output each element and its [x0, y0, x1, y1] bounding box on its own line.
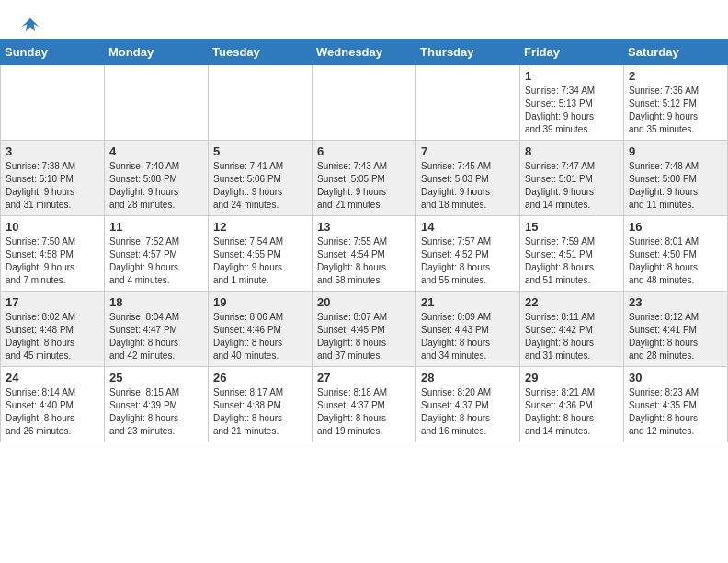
day-number: 29: [525, 371, 619, 385]
calendar-cell: [416, 65, 520, 141]
day-info: Sunrise: 7:41 AM Sunset: 5:06 PM Dayligh…: [213, 160, 307, 212]
day-number: 23: [629, 295, 722, 309]
day-info: Sunrise: 7:59 AM Sunset: 4:51 PM Dayligh…: [525, 236, 619, 287]
calendar-cell: 13Sunrise: 7:55 AM Sunset: 4:54 PM Dayli…: [313, 216, 416, 292]
week-row-1: 1Sunrise: 7:34 AM Sunset: 5:13 PM Daylig…: [1, 65, 728, 141]
calendar-cell: 15Sunrise: 7:59 AM Sunset: 4:51 PM Dayli…: [520, 216, 624, 292]
col-header-saturday: Saturday: [624, 40, 728, 65]
day-number: 4: [109, 144, 203, 158]
day-number: 14: [421, 220, 515, 234]
day-number: 22: [525, 295, 619, 309]
day-info: Sunrise: 7:45 AM Sunset: 5:03 PM Dayligh…: [421, 160, 515, 212]
calendar-cell: 17Sunrise: 8:02 AM Sunset: 4:48 PM Dayli…: [1, 292, 105, 367]
day-info: Sunrise: 8:11 AM Sunset: 4:42 PM Dayligh…: [525, 311, 619, 362]
week-row-5: 24Sunrise: 8:14 AM Sunset: 4:40 PM Dayli…: [1, 367, 728, 442]
calendar-cell: 23Sunrise: 8:12 AM Sunset: 4:41 PM Dayli…: [624, 292, 728, 367]
col-header-sunday: Sunday: [1, 40, 105, 65]
day-number: 11: [109, 220, 203, 234]
day-info: Sunrise: 7:40 AM Sunset: 5:08 PM Dayligh…: [109, 160, 203, 212]
col-header-wednesday: Wednesday: [313, 40, 416, 65]
calendar-cell: 4Sunrise: 7:40 AM Sunset: 5:08 PM Daylig…: [105, 141, 209, 216]
calendar-cell: 14Sunrise: 7:57 AM Sunset: 4:52 PM Dayli…: [416, 216, 520, 292]
calendar-header-row: SundayMondayTuesdayWednesdayThursdayFrid…: [1, 40, 728, 65]
svg-marker-0: [21, 18, 39, 32]
calendar-cell: 8Sunrise: 7:47 AM Sunset: 5:01 PM Daylig…: [520, 141, 624, 216]
calendar-cell: 7Sunrise: 7:45 AM Sunset: 5:03 PM Daylig…: [416, 141, 520, 216]
day-number: 6: [317, 144, 411, 158]
calendar-cell: 19Sunrise: 8:06 AM Sunset: 4:46 PM Dayli…: [209, 292, 313, 367]
calendar-cell: 12Sunrise: 7:54 AM Sunset: 4:55 PM Dayli…: [209, 216, 313, 292]
day-info: Sunrise: 8:15 AM Sunset: 4:39 PM Dayligh…: [109, 386, 203, 438]
day-number: 5: [213, 144, 307, 158]
day-info: Sunrise: 7:55 AM Sunset: 4:54 PM Dayligh…: [317, 236, 411, 287]
day-info: Sunrise: 8:23 AM Sunset: 4:35 PM Dayligh…: [629, 386, 722, 438]
day-number: 13: [317, 220, 411, 234]
day-info: Sunrise: 8:01 AM Sunset: 4:50 PM Dayligh…: [629, 236, 722, 287]
calendar-cell: 27Sunrise: 8:18 AM Sunset: 4:37 PM Dayli…: [313, 367, 416, 442]
day-info: Sunrise: 8:21 AM Sunset: 4:36 PM Dayligh…: [525, 386, 619, 438]
col-header-friday: Friday: [520, 40, 624, 65]
day-info: Sunrise: 8:06 AM Sunset: 4:46 PM Dayligh…: [213, 311, 307, 362]
calendar-cell: [313, 65, 416, 141]
calendar-cell: 5Sunrise: 7:41 AM Sunset: 5:06 PM Daylig…: [209, 141, 313, 216]
day-info: Sunrise: 8:17 AM Sunset: 4:38 PM Dayligh…: [213, 386, 307, 438]
calendar-cell: 6Sunrise: 7:43 AM Sunset: 5:05 PM Daylig…: [313, 141, 416, 216]
page-header: [0, 0, 728, 39]
calendar-cell: 18Sunrise: 8:04 AM Sunset: 4:47 PM Dayli…: [105, 292, 209, 367]
day-info: Sunrise: 8:09 AM Sunset: 4:43 PM Dayligh…: [421, 311, 515, 362]
day-number: 15: [525, 220, 619, 234]
day-number: 28: [421, 371, 515, 385]
day-info: Sunrise: 7:34 AM Sunset: 5:13 PM Dayligh…: [525, 85, 619, 136]
day-number: 25: [109, 371, 203, 385]
day-number: 27: [317, 371, 411, 385]
day-number: 1: [525, 69, 619, 83]
day-number: 17: [6, 295, 99, 309]
calendar-table: SundayMondayTuesdayWednesdayThursdayFrid…: [0, 39, 728, 442]
day-number: 24: [6, 371, 99, 385]
day-number: 12: [213, 220, 307, 234]
day-number: 20: [317, 295, 411, 309]
logo-bird-icon: [20, 15, 40, 35]
calendar-cell: [1, 65, 105, 141]
calendar-cell: 25Sunrise: 8:15 AM Sunset: 4:39 PM Dayli…: [105, 367, 209, 442]
calendar-cell: 10Sunrise: 7:50 AM Sunset: 4:58 PM Dayli…: [1, 216, 105, 292]
calendar-cell: 3Sunrise: 7:38 AM Sunset: 5:10 PM Daylig…: [1, 141, 105, 216]
calendar-cell: [209, 65, 313, 141]
col-header-monday: Monday: [105, 40, 209, 65]
day-info: Sunrise: 7:47 AM Sunset: 5:01 PM Dayligh…: [525, 160, 619, 212]
day-number: 7: [421, 144, 515, 158]
day-info: Sunrise: 7:36 AM Sunset: 5:12 PM Dayligh…: [629, 85, 722, 136]
day-info: Sunrise: 7:52 AM Sunset: 4:57 PM Dayligh…: [109, 236, 203, 287]
day-info: Sunrise: 8:14 AM Sunset: 4:40 PM Dayligh…: [6, 386, 99, 438]
calendar-cell: 1Sunrise: 7:34 AM Sunset: 5:13 PM Daylig…: [520, 65, 624, 141]
col-header-tuesday: Tuesday: [209, 40, 313, 65]
calendar-cell: 30Sunrise: 8:23 AM Sunset: 4:35 PM Dayli…: [624, 367, 728, 442]
day-number: 19: [213, 295, 307, 309]
day-info: Sunrise: 7:38 AM Sunset: 5:10 PM Dayligh…: [6, 160, 99, 212]
day-info: Sunrise: 8:12 AM Sunset: 4:41 PM Dayligh…: [629, 311, 722, 362]
calendar-cell: 9Sunrise: 7:48 AM Sunset: 5:00 PM Daylig…: [624, 141, 728, 216]
week-row-4: 17Sunrise: 8:02 AM Sunset: 4:48 PM Dayli…: [1, 292, 728, 367]
calendar-cell: [105, 65, 209, 141]
day-number: 26: [213, 371, 307, 385]
logo: [18, 15, 40, 31]
day-number: 2: [629, 69, 722, 83]
calendar-cell: 29Sunrise: 8:21 AM Sunset: 4:36 PM Dayli…: [520, 367, 624, 442]
day-number: 10: [6, 220, 99, 234]
calendar-cell: 20Sunrise: 8:07 AM Sunset: 4:45 PM Dayli…: [313, 292, 416, 367]
calendar-cell: 22Sunrise: 8:11 AM Sunset: 4:42 PM Dayli…: [520, 292, 624, 367]
day-info: Sunrise: 8:20 AM Sunset: 4:37 PM Dayligh…: [421, 386, 515, 438]
calendar-cell: 21Sunrise: 8:09 AM Sunset: 4:43 PM Dayli…: [416, 292, 520, 367]
day-number: 16: [629, 220, 722, 234]
week-row-3: 10Sunrise: 7:50 AM Sunset: 4:58 PM Dayli…: [1, 216, 728, 292]
day-info: Sunrise: 8:07 AM Sunset: 4:45 PM Dayligh…: [317, 311, 411, 362]
col-header-thursday: Thursday: [416, 40, 520, 65]
day-info: Sunrise: 7:48 AM Sunset: 5:00 PM Dayligh…: [629, 160, 722, 212]
week-row-2: 3Sunrise: 7:38 AM Sunset: 5:10 PM Daylig…: [1, 141, 728, 216]
day-number: 8: [525, 144, 619, 158]
calendar-cell: 2Sunrise: 7:36 AM Sunset: 5:12 PM Daylig…: [624, 65, 728, 141]
day-info: Sunrise: 8:04 AM Sunset: 4:47 PM Dayligh…: [109, 311, 203, 362]
day-info: Sunrise: 8:18 AM Sunset: 4:37 PM Dayligh…: [317, 386, 411, 438]
day-info: Sunrise: 7:43 AM Sunset: 5:05 PM Dayligh…: [317, 160, 411, 212]
day-info: Sunrise: 7:50 AM Sunset: 4:58 PM Dayligh…: [6, 236, 99, 287]
